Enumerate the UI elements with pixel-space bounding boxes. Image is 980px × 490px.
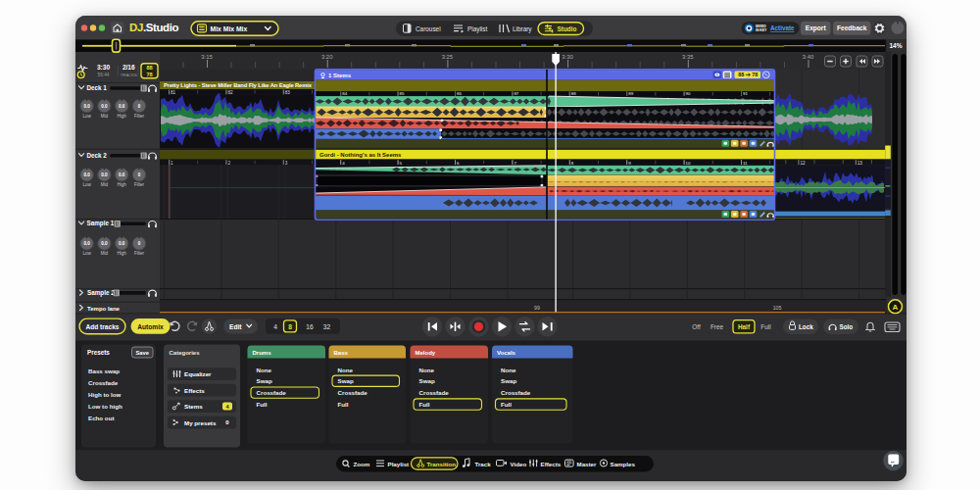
svg-text:Carousel: Carousel bbox=[416, 24, 441, 31]
svg-text:32: 32 bbox=[323, 322, 331, 329]
svg-text:Swap: Swap bbox=[419, 377, 435, 384]
svg-text:3:35: 3:35 bbox=[682, 54, 694, 60]
svg-text:Off: Off bbox=[692, 322, 701, 329]
svg-text:Vocals: Vocals bbox=[497, 350, 516, 356]
svg-text:Categories: Categories bbox=[170, 349, 201, 355]
svg-text:3:30: 3:30 bbox=[97, 63, 111, 70]
svg-text:14%: 14% bbox=[889, 42, 902, 49]
svg-text:3:20: 3:20 bbox=[321, 54, 333, 60]
svg-text:99: 99 bbox=[534, 305, 540, 311]
svg-text:Lock: Lock bbox=[799, 322, 813, 329]
svg-text:87: 87 bbox=[514, 91, 518, 96]
svg-text:Filter: Filter bbox=[134, 113, 145, 118]
svg-text:88: 88 bbox=[146, 65, 152, 71]
svg-text:Bass swap: Bass swap bbox=[88, 368, 120, 374]
svg-text:0.0: 0.0 bbox=[83, 241, 90, 246]
svg-text:78: 78 bbox=[146, 72, 152, 77]
svg-text:Crossfade: Crossfade bbox=[419, 389, 450, 396]
svg-text:Crossfade: Crossfade bbox=[501, 389, 531, 396]
svg-text:Effects: Effects bbox=[184, 386, 205, 393]
svg-text:Swap: Swap bbox=[501, 377, 516, 384]
svg-text:Deck 1: Deck 1 bbox=[87, 84, 108, 91]
svg-text:Melody: Melody bbox=[416, 350, 436, 356]
svg-text:4: 4 bbox=[273, 322, 277, 329]
svg-text:A: A bbox=[893, 302, 899, 311]
svg-text:3: 3 bbox=[285, 160, 288, 165]
svg-text:Gordi - Nothing's as It Seems: Gordi - Nothing's as It Seems bbox=[319, 151, 402, 157]
svg-text:85: 85 bbox=[400, 91, 405, 96]
svg-text:Stems: Stems bbox=[184, 403, 203, 410]
svg-text:88: 88 bbox=[738, 72, 744, 77]
svg-text:Crossfade: Crossfade bbox=[257, 389, 287, 396]
svg-text:IN KEY: IN KEY bbox=[756, 27, 767, 31]
svg-text:Mid: Mid bbox=[101, 113, 109, 118]
svg-text:84: 84 bbox=[342, 91, 347, 96]
svg-text:High to low: High to low bbox=[88, 390, 122, 397]
svg-text:Solo: Solo bbox=[840, 322, 854, 329]
svg-text:Bass: Bass bbox=[334, 350, 349, 356]
svg-text:91: 91 bbox=[743, 91, 748, 96]
svg-text:Mix Mix Mix: Mix Mix Mix bbox=[211, 24, 248, 31]
svg-text:105: 105 bbox=[773, 305, 782, 311]
svg-text:Playlist: Playlist bbox=[388, 460, 410, 466]
svg-text:Transition: Transition bbox=[427, 460, 457, 466]
svg-text:13: 13 bbox=[858, 160, 863, 165]
svg-text:Mid: Mid bbox=[101, 181, 109, 186]
svg-text:89: 89 bbox=[628, 91, 633, 96]
svg-text:Mid: Mid bbox=[101, 250, 109, 255]
svg-text:My presets: My presets bbox=[184, 418, 217, 425]
svg-text:0.0: 0.0 bbox=[119, 241, 125, 246]
svg-text:Low to high: Low to high bbox=[88, 402, 122, 409]
svg-text:0: 0 bbox=[138, 103, 141, 108]
svg-text:3:25: 3:25 bbox=[442, 54, 454, 60]
svg-text:Export: Export bbox=[806, 24, 827, 32]
svg-text:0.0: 0.0 bbox=[83, 172, 90, 177]
svg-text:Low: Low bbox=[82, 250, 91, 255]
svg-text:Low: Low bbox=[82, 113, 91, 118]
svg-text:Deck 2: Deck 2 bbox=[87, 151, 108, 158]
svg-text:82: 82 bbox=[227, 89, 233, 94]
svg-text:Tempo lane: Tempo lane bbox=[87, 305, 121, 311]
svg-text:None: None bbox=[501, 366, 516, 372]
svg-text:Effects: Effects bbox=[541, 460, 562, 466]
svg-text:56:44: 56:44 bbox=[97, 72, 109, 76]
svg-text:Full: Full bbox=[501, 401, 512, 408]
svg-text:90: 90 bbox=[686, 91, 691, 96]
svg-text:Crossfade: Crossfade bbox=[88, 378, 119, 385]
svg-text:0.0: 0.0 bbox=[119, 103, 125, 108]
svg-text:Free: Free bbox=[710, 322, 724, 329]
svg-text:Add tracks: Add tracks bbox=[85, 322, 119, 329]
svg-text:Activate: Activate bbox=[770, 24, 795, 31]
svg-text:Crossfade: Crossfade bbox=[338, 389, 368, 396]
svg-text:0.0: 0.0 bbox=[101, 103, 108, 108]
svg-text:High: High bbox=[118, 250, 127, 255]
svg-text:Swap: Swap bbox=[338, 377, 354, 384]
svg-text:Full: Full bbox=[257, 401, 268, 408]
svg-text:0: 0 bbox=[138, 241, 141, 246]
svg-text:11: 11 bbox=[743, 160, 748, 165]
svg-text:1: 1 bbox=[171, 160, 173, 165]
svg-text:2/16: 2/16 bbox=[122, 63, 135, 70]
svg-text:0: 0 bbox=[138, 172, 141, 177]
svg-text:Library: Library bbox=[513, 24, 532, 32]
svg-text:TRACKS: TRACKS bbox=[121, 72, 137, 76]
svg-text:Equalizer: Equalizer bbox=[184, 370, 212, 377]
svg-text:Studio: Studio bbox=[558, 24, 577, 31]
svg-text:None: None bbox=[419, 366, 435, 372]
svg-text:2: 2 bbox=[227, 160, 230, 165]
svg-text:Low: Low bbox=[82, 181, 91, 186]
svg-text:88: 88 bbox=[571, 91, 576, 96]
svg-text:3:40: 3:40 bbox=[803, 54, 814, 60]
svg-text:None: None bbox=[257, 366, 272, 372]
svg-text:0.0: 0.0 bbox=[119, 172, 125, 177]
svg-text:Save: Save bbox=[135, 349, 149, 355]
svg-text:0.0: 0.0 bbox=[101, 172, 108, 177]
svg-text:78: 78 bbox=[752, 72, 758, 77]
svg-text:Filter: Filter bbox=[134, 250, 145, 255]
svg-text:12: 12 bbox=[800, 160, 806, 165]
svg-text:1 Stems: 1 Stems bbox=[328, 72, 352, 77]
svg-text:83: 83 bbox=[285, 89, 291, 94]
svg-text:Master: Master bbox=[577, 460, 598, 466]
svg-text:High: High bbox=[118, 181, 127, 186]
svg-text:86: 86 bbox=[457, 91, 462, 96]
